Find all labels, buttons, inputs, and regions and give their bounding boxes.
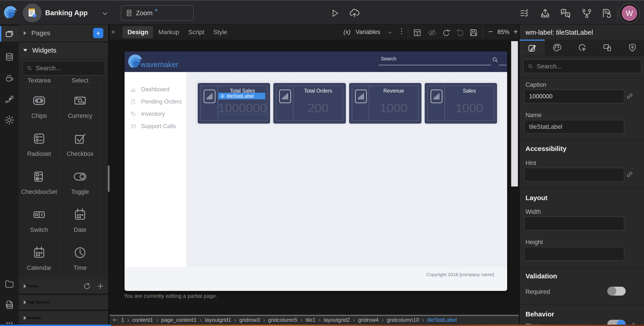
bind-link-icon[interactable] [626,170,634,178]
breadcrumb-item[interactable]: layoutgrid2 [324,317,350,323]
tile-total-sales[interactable]: Total Sales 1000000 tileStatLabel [198,83,270,124]
wavemaker-logo[interactable] [4,5,18,20]
user-avatar[interactable]: W [620,3,640,23]
tab-markup[interactable]: Markup [154,26,184,38]
breadcrumb-item[interactable]: tile1 [306,317,315,323]
preview-nav-inventory[interactable]: Inventory [124,108,186,120]
preview-search-underline[interactable] [378,65,491,65]
undo-icon[interactable] [442,28,451,37]
cloud-upload-button[interactable] [349,8,360,18]
name-input[interactable] [524,120,624,134]
tab-script[interactable]: Script [183,26,209,38]
caption-input[interactable] [524,90,624,103]
widget-item-calendar[interactable]: Calendar [19,240,60,278]
selected-widget-nameplate[interactable]: tileStatLabel [218,93,265,99]
breadcrumb-item[interactable]: page_content1 [161,317,197,323]
refresh-icon[interactable] [83,282,91,290]
preview-search-icon[interactable] [492,56,498,63]
tile-stat-value[interactable]: 200 [294,96,342,120]
prefabs-section-header[interactable]: Prefabs [19,279,108,293]
back-arrow-icon[interactable] [112,317,118,323]
preview-nav-dashboard[interactable]: Dashboard [124,83,186,96]
add-page-button[interactable]: + [93,28,103,38]
open-page-tab[interactable]: Zoom * [121,5,194,20]
rail-item-file-explorer[interactable] [0,276,19,292]
kebab-menu-icon[interactable]: ⋮ [398,27,405,35]
width-input[interactable] [524,216,624,230]
breadcrumb-item[interactable]: gridcolumn10 [387,317,419,323]
height-input[interactable] [524,247,624,261]
widget-item-date[interactable]: Date [60,202,100,240]
save-icon[interactable] [469,28,478,37]
tab-properties[interactable] [520,40,545,56]
grid-column[interactable]: Revenue 1000 [348,82,422,124]
redo-icon[interactable] [456,28,465,37]
tile-stat-value[interactable]: 1000 [445,96,494,120]
breadcrumb-item[interactable]: layoutgrid1 [205,317,231,323]
tab-devices[interactable] [595,40,620,56]
hide-outlines-eye-off-icon[interactable] [428,28,436,37]
collapse-left-panel-icon[interactable]: « [111,28,115,35]
hint-input[interactable] [524,168,624,182]
grid-column[interactable]: Total Sales 1000000 tileStatLabel [197,82,271,124]
rail-item-pages[interactable] [0,26,19,42]
preview-nav-support-calls[interactable]: Support Calls [124,120,186,132]
widget-item-select[interactable]: Select [60,76,100,88]
tile-sales[interactable]: Sales 1000 [425,83,497,124]
breadcrumb-scrollbar[interactable] [110,315,519,316]
tile-stat-value[interactable]: 1000 [369,96,418,120]
widget-item-toggle[interactable]: Toggle [60,164,100,202]
zoom-in-button[interactable]: + [514,27,518,36]
breadcrumb-item[interactable]: content1 [132,317,153,323]
widget-item-chips[interactable]: Chips [19,88,60,126]
grid-column[interactable]: Total Orders 200 [272,82,346,124]
variables-menu[interactable]: Variables [356,28,380,36]
widget-item-checkbox[interactable]: Checkbox [60,126,100,164]
project-icon[interactable] [23,4,42,22]
layout-grid-icon[interactable] [413,28,422,37]
widget-item-checkboxset[interactable]: CheckboxSet [19,164,60,202]
tab-events[interactable] [570,40,595,56]
widget-item-switch[interactable]: Switch [19,202,60,240]
tile-stat-value[interactable]: 1000000 [218,96,267,120]
tab-design[interactable]: Design [122,26,153,38]
widget-search-input[interactable] [35,64,97,72]
add-prefab-icon[interactable] [96,282,104,290]
bind-link-icon[interactable] [629,322,636,325]
breadcrumb-item[interactable]: gridrow4 [358,317,378,323]
run-play-button[interactable] [330,8,340,18]
widget-item-textarea[interactable]: Textarea [19,76,60,88]
property-search-input[interactable] [536,62,624,70]
canvas-right-scroll-strip[interactable] [511,41,518,186]
tab-style[interactable]: Style [208,26,232,38]
widget-item-radioset[interactable]: Radioset [19,126,60,164]
bind-link-icon[interactable] [626,92,634,100]
widget-item-currency[interactable]: Currency [60,88,100,126]
rail-item-java-services[interactable] [0,70,19,86]
deploy-export-button[interactable] [540,8,550,19]
breadcrumb-item-selected[interactable]: tileStatLabel [427,317,457,323]
rail-item-more[interactable] [0,315,19,326]
rail-item-apis[interactable] [0,91,19,107]
tile-revenue[interactable]: Revenue 1000 [349,83,422,124]
variables-section-header[interactable]: Variables [19,311,108,325]
widgets-section-header[interactable]: Widgets [19,42,108,58]
required-toggle[interactable] [607,287,626,296]
pages-section-header[interactable]: Pages + [19,24,108,42]
breadcrumb-item[interactable]: gridcolumn5 [268,317,298,323]
breadcrumb-item[interactable]: gridrow3 [239,317,260,323]
left-panel-scrollbar[interactable] [108,166,110,192]
rail-item-logs[interactable]: LOG [0,297,19,312]
preview-nav-pending-orders[interactable]: Pending Orders [124,96,186,108]
chevron-down-icon[interactable] [387,30,393,35]
tile-total-orders[interactable]: Total Orders 200 [273,83,346,124]
zoom-out-button[interactable]: − [488,27,493,36]
show-toggle[interactable] [607,320,626,325]
widget-item-time[interactable]: Time [60,240,100,278]
grid-column[interactable]: Sales 1000 [424,82,498,124]
git-branch-button[interactable] [582,8,592,19]
rail-item-database[interactable] [0,49,19,65]
project-switcher-chevron-down-icon[interactable] [101,10,109,18]
rail-item-settings[interactable] [0,112,19,128]
task-checklist-button[interactable] [519,8,530,19]
